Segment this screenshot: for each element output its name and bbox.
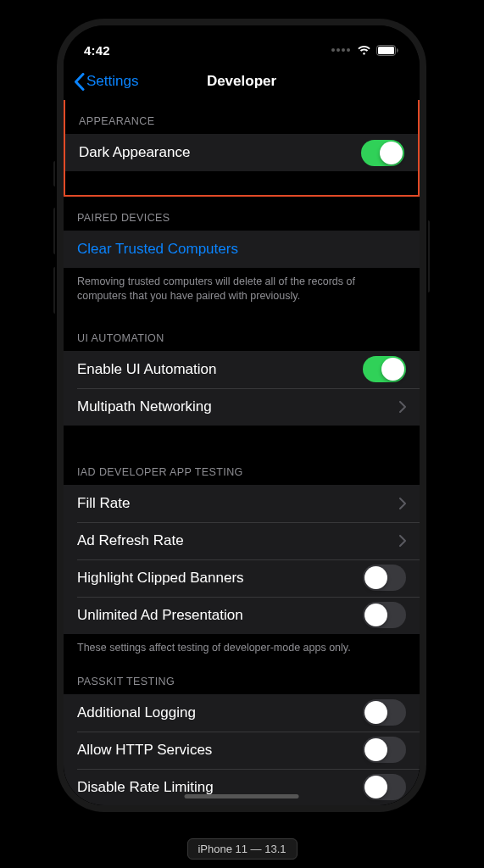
cellular-dots-icon <box>331 48 350 52</box>
section-header-paired: PAIRED DEVICES <box>64 197 420 231</box>
device-volume-up <box>53 208 57 254</box>
row-label: Enable UI Automation <box>77 361 363 378</box>
settings-content[interactable]: APPEARANCE Dark Appearance PAIRED DEVICE… <box>64 100 420 805</box>
device-power-button <box>426 220 430 292</box>
back-button[interactable]: Settings <box>74 73 138 91</box>
chevron-right-icon <box>399 535 406 547</box>
section-header-passkit: PASSKIT TESTING <box>64 660 420 694</box>
device-mute-switch <box>53 161 57 186</box>
row-clear-trusted[interactable]: Clear Trusted Computers <box>64 231 420 268</box>
row-label: Allow HTTP Services <box>77 742 363 759</box>
device-volume-down <box>53 267 57 314</box>
toggle-allow-http[interactable] <box>363 737 406 763</box>
status-time: 4:42 <box>84 43 110 58</box>
section-footer-iad: These settings affect testing of develop… <box>64 634 420 660</box>
row-dark-appearance[interactable]: Dark Appearance <box>65 134 418 171</box>
row-label: Ad Refresh Rate <box>77 532 399 549</box>
spacer <box>65 171 418 195</box>
row-enable-ui-automation[interactable]: Enable UI Automation <box>64 351 420 388</box>
row-label: Clear Trusted Computers <box>77 241 406 258</box>
row-fill-rate[interactable]: Fill Rate <box>64 485 420 522</box>
nav-bar: Settings Developer <box>64 63 420 100</box>
highlight-box: APPEARANCE Dark Appearance <box>64 100 420 197</box>
device-notch <box>161 25 322 49</box>
status-icons <box>331 45 399 56</box>
section-footer-paired: Removing trusted computers will delete a… <box>64 268 420 309</box>
toggle-highlight-clipped[interactable] <box>363 565 406 591</box>
section-header-ui-automation: UI AUTOMATION <box>64 309 420 351</box>
wifi-icon <box>357 45 371 55</box>
toggle-unlimited-ad[interactable] <box>363 602 406 628</box>
toggle-dark-appearance[interactable] <box>361 140 404 166</box>
svg-rect-1 <box>378 47 394 54</box>
row-label: Additional Logging <box>77 704 363 721</box>
row-highlight-clipped[interactable]: Highlight Clipped Banners <box>64 559 420 597</box>
battery-icon <box>376 45 399 56</box>
device-label: iPhone 11 — 13.1 <box>186 838 297 860</box>
device-frame: 4:42 <box>64 25 420 805</box>
row-ad-refresh-rate[interactable]: Ad Refresh Rate <box>64 522 420 559</box>
row-allow-http[interactable]: Allow HTTP Services <box>64 732 420 769</box>
row-multipath-networking[interactable]: Multipath Networking <box>64 388 420 426</box>
back-label: Settings <box>86 73 138 90</box>
row-label: Multipath Networking <box>77 398 399 415</box>
screen: 4:42 <box>64 25 420 805</box>
row-additional-logging[interactable]: Additional Logging <box>64 694 420 732</box>
row-label: Dark Appearance <box>79 144 361 161</box>
section-header-appearance: APPEARANCE <box>65 100 418 134</box>
section-header-iad: IAD DEVELOPER APP TESTING <box>64 426 420 485</box>
chevron-right-icon <box>399 401 406 413</box>
row-unlimited-ad[interactable]: Unlimited Ad Presentation <box>64 597 420 634</box>
chevron-right-icon <box>399 498 406 509</box>
row-disable-rate-limiting[interactable]: Disable Rate Limiting <box>64 769 420 805</box>
row-label: Highlight Clipped Banners <box>77 570 363 587</box>
toggle-additional-logging[interactable] <box>363 699 406 726</box>
row-label: Unlimited Ad Presentation <box>77 607 363 624</box>
row-label: Fill Rate <box>77 495 399 512</box>
chevron-left-icon <box>74 73 85 91</box>
toggle-disable-rate-limiting[interactable] <box>363 774 406 800</box>
row-label: Disable Rate Limiting <box>77 779 363 796</box>
toggle-ui-automation[interactable] <box>363 356 406 382</box>
home-indicator[interactable] <box>185 794 299 798</box>
